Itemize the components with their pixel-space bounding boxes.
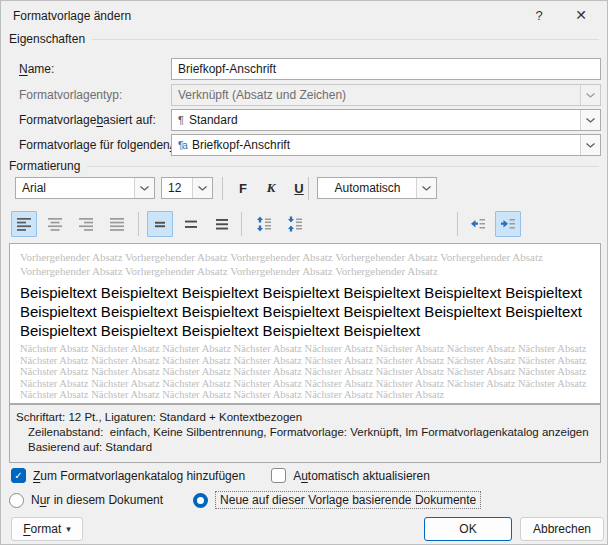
new-documents-radio[interactable] <box>193 493 208 508</box>
font-color-combobox[interactable]: Automatisch <box>317 177 437 199</box>
chevron-down-icon <box>580 85 600 105</box>
previous-paragraph-preview: Vorhergehender Absatz Vorhergehender Abs… <box>20 250 590 278</box>
sample-text-preview: Beispieltext Beispieltext Beispieltext B… <box>20 283 590 340</box>
font-size-value: 12 <box>168 181 187 195</box>
paragraph-mark-icon: ¶ <box>178 114 184 126</box>
decrease-indent-button[interactable] <box>465 211 491 237</box>
align-center-icon <box>47 216 63 232</box>
auto-update-checkbox[interactable] <box>271 468 286 483</box>
increase-indent-button[interactable] <box>495 211 521 237</box>
new-documents-label[interactable]: Neue auf dieser Vorlage basierende Dokum… <box>215 491 481 509</box>
dialog-title: Formatvorlage ändern <box>13 9 131 23</box>
only-this-document-radio[interactable] <box>9 493 24 508</box>
align-center-button[interactable] <box>42 211 68 237</box>
line-spacing-single-button[interactable] <box>147 211 173 237</box>
properties-section-header: Eigenschaften <box>9 32 599 46</box>
divider <box>138 212 139 236</box>
chevron-down-icon[interactable] <box>192 178 212 198</box>
align-justify-icon <box>109 216 125 232</box>
decrease-indent-icon <box>470 216 486 232</box>
line-spacing-double-button[interactable] <box>209 211 235 237</box>
modify-style-dialog: Formatvorlage ändern ? ✕ Eigenschaften N… <box>0 0 608 545</box>
properties-section-label: Eigenschaften <box>9 32 85 46</box>
align-left-icon <box>16 216 32 232</box>
next-paragraph-preview: Nächster Absatz Nächster Absatz Nächster… <box>20 343 590 401</box>
ok-button[interactable]: OK <box>424 517 512 541</box>
divider <box>222 177 223 200</box>
style-type-combobox: Verknüpft (Absatz und Zeichen) <box>171 84 601 106</box>
line-spacing-1-5-icon <box>183 216 199 232</box>
add-to-gallery-label[interactable]: Zum Formatvorlagenkatalog hinzufügen <box>33 469 245 483</box>
name-label: Name: <box>19 58 54 80</box>
formatting-section-header: Formatierung <box>9 159 599 173</box>
radio-row: Nur in diesem Dokument Neue auf dieser V… <box>9 491 481 509</box>
description-line-2: Zeilenabstand: einfach, Keine Silbentren… <box>28 425 594 440</box>
format-menu-label: Format <box>23 522 61 536</box>
close-button[interactable]: ✕ <box>566 3 596 27</box>
align-right-button[interactable] <box>73 211 99 237</box>
align-justify-button[interactable] <box>104 211 130 237</box>
style-type-label: Formatvorlagentyp: <box>19 84 122 106</box>
based-on-combobox[interactable]: ¶ Standard <box>171 109 601 131</box>
style-preview-pane: Vorhergehender Absatz Vorhergehender Abs… <box>9 243 601 404</box>
based-on-value: Standard <box>189 113 575 127</box>
chevron-down-icon[interactable] <box>416 178 436 198</box>
chevron-down-icon[interactable] <box>580 135 600 155</box>
cancel-button[interactable]: Abbrechen <box>520 517 604 541</box>
auto-update-label[interactable]: Automatisch aktualisieren <box>293 469 430 483</box>
font-color-value: Automatisch <box>324 181 411 195</box>
description-line-3: Basierend auf: Standard <box>28 440 594 455</box>
style-type-value: Verknüpft (Absatz und Zeichen) <box>178 88 575 102</box>
add-to-gallery-checkbox[interactable]: ✓ <box>11 468 26 483</box>
increase-paragraph-spacing-button[interactable] <box>251 211 277 237</box>
close-icon: ✕ <box>575 7 587 23</box>
bold-button[interactable]: F <box>231 177 255 199</box>
new-documents-option[interactable]: Neue auf dieser Vorlage basierende Dokum… <box>193 491 481 509</box>
format-menu-button[interactable]: Format ▾ <box>11 517 83 541</box>
divider <box>457 212 458 236</box>
divider <box>241 212 242 236</box>
increase-indent-icon <box>500 216 516 232</box>
line-spacing-1-5-button[interactable] <box>178 211 204 237</box>
auto-update-option[interactable]: Automatisch aktualisieren <box>271 468 430 483</box>
following-paragraph-value: Briefkopf-Anschrift <box>192 138 575 152</box>
font-name-value: Arial <box>22 181 129 195</box>
chevron-down-icon[interactable] <box>134 178 154 198</box>
check-icon: ✓ <box>14 470 22 481</box>
dropdown-arrow-icon: ▾ <box>66 524 71 534</box>
based-on-label: Formatvorlage basiert auf: <box>19 109 156 131</box>
following-paragraph-combobox[interactable]: ¶a Briefkopf-Anschrift <box>171 134 601 156</box>
increase-paragraph-spacing-icon <box>256 216 272 232</box>
line-spacing-double-icon <box>214 216 230 232</box>
divider <box>87 166 599 167</box>
description-line-1: Schriftart: 12 Pt., Ligaturen: Standard … <box>16 410 594 425</box>
only-this-document-label[interactable]: Nur in diesem Dokument <box>31 493 163 507</box>
help-button[interactable]: ? <box>524 3 554 27</box>
style-description-box: Schriftart: 12 Pt., Ligaturen: Standard … <box>9 404 601 463</box>
divider <box>308 177 309 200</box>
linked-style-icon: ¶a <box>178 140 187 151</box>
align-right-icon <box>78 216 94 232</box>
italic-button[interactable]: K <box>259 177 283 199</box>
checkbox-row: ✓ Zum Formatvorlagenkatalog hinzufügen A… <box>11 468 430 483</box>
decrease-paragraph-spacing-button[interactable] <box>282 211 308 237</box>
help-icon: ? <box>535 8 542 23</box>
formatting-section-label: Formatierung <box>9 159 80 173</box>
name-input[interactable] <box>171 58 601 80</box>
font-size-combobox[interactable]: 12 <box>161 177 213 199</box>
align-left-button[interactable] <box>11 211 37 237</box>
add-to-gallery-option[interactable]: ✓ Zum Formatvorlagenkatalog hinzufügen <box>11 468 245 483</box>
font-name-combobox[interactable]: Arial <box>15 177 155 199</box>
line-spacing-single-icon <box>152 216 168 232</box>
only-this-document-option[interactable]: Nur in diesem Dokument <box>9 493 163 508</box>
decrease-paragraph-spacing-icon <box>287 216 303 232</box>
chevron-down-icon[interactable] <box>580 110 600 130</box>
divider <box>92 39 599 40</box>
